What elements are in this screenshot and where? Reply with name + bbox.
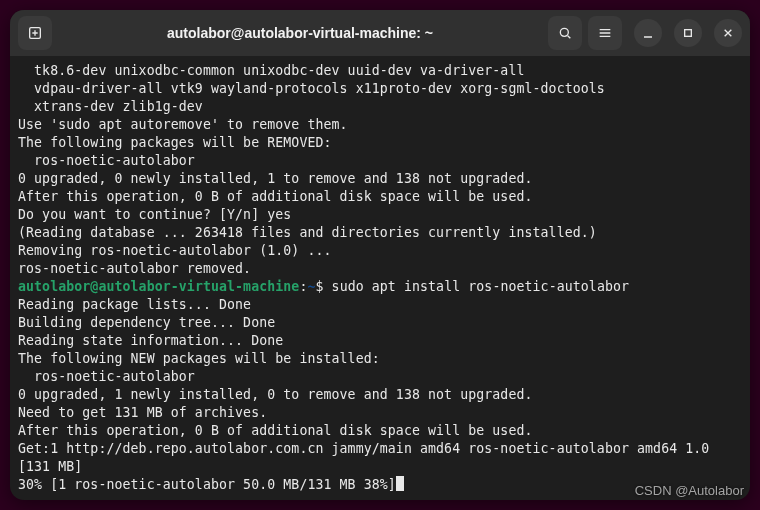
output-line: After this operation, 0 B of additional … [18, 189, 533, 204]
window-title: autolabor@autolabor-virtual-machine: ~ [58, 25, 542, 41]
output-line: tk8.6-dev unixodbc-common unixodbc-dev u… [18, 63, 525, 78]
output-line: Do you want to continue? [Y/n] yes [18, 207, 291, 222]
watermark: CSDN @Autolabor [635, 483, 744, 498]
output-line: vdpau-driver-all vtk9 wayland-protocols … [18, 81, 605, 96]
svg-rect-2 [685, 30, 692, 37]
output-line: xtrans-dev zlib1g-dev [18, 99, 203, 114]
output-line: Use 'sudo apt autoremove' to remove them… [18, 117, 348, 132]
cursor [396, 476, 404, 491]
menu-button[interactable] [588, 16, 622, 50]
svg-point-1 [560, 28, 568, 36]
prompt-path: ~ [307, 279, 315, 294]
prompt-user: autolabor [18, 279, 90, 294]
terminal-window: autolabor@autolabor-virtual-machine: ~ t… [10, 10, 750, 500]
output-line: Reading state information... Done [18, 333, 283, 348]
prompt-host: autolabor-virtual-machine [98, 279, 299, 294]
output-line: 0 upgraded, 0 newly installed, 1 to remo… [18, 171, 533, 186]
titlebar: autolabor@autolabor-virtual-machine: ~ [10, 10, 750, 56]
output-line: Reading package lists... Done [18, 297, 251, 312]
output-line: ros-noetic-autolabor removed. [18, 261, 251, 276]
prompt-symbol: $ [316, 279, 324, 294]
search-button[interactable] [548, 16, 582, 50]
new-tab-button[interactable] [18, 16, 52, 50]
output-line: 0 upgraded, 1 newly installed, 0 to remo… [18, 387, 533, 402]
output-line: (Reading database ... 263418 files and d… [18, 225, 597, 240]
maximize-button[interactable] [674, 19, 702, 47]
output-line: The following NEW packages will be insta… [18, 351, 380, 366]
output-line: Need to get 131 MB of archives. [18, 405, 267, 420]
terminal-area[interactable]: tk8.6-dev unixodbc-common unixodbc-dev u… [10, 56, 750, 496]
output-line: Building dependency tree... Done [18, 315, 275, 330]
minimize-button[interactable] [634, 19, 662, 47]
output-line: The following packages will be REMOVED: [18, 135, 332, 150]
output-line: After this operation, 0 B of additional … [18, 423, 533, 438]
output-line: Get:1 http://deb.repo.autolabor.com.cn j… [18, 440, 742, 476]
progress-line: 30% [1 ros-noetic-autolabor 50.0 MB/131 … [18, 477, 396, 492]
output-line: Removing ros-noetic-autolabor (1.0) ... [18, 243, 332, 258]
output-line: ros-noetic-autolabor [18, 369, 195, 384]
output-line: ros-noetic-autolabor [18, 153, 195, 168]
command-text: sudo apt install ros-noetic-autolabor [332, 279, 629, 294]
close-button[interactable] [714, 19, 742, 47]
